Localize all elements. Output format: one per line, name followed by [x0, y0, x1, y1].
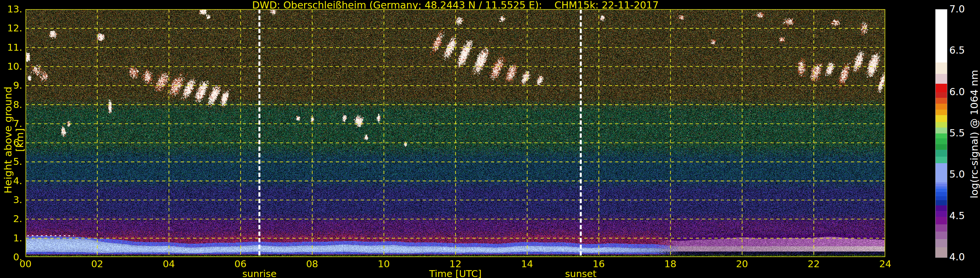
x-tick-16: 16 — [584, 259, 614, 269]
y-tick-2: 2. — [0, 214, 22, 224]
colorbar-segment — [935, 104, 947, 110]
colorbar-segment — [935, 192, 947, 196]
colorbar-segment — [935, 138, 947, 144]
ceilometer-figure: DWD: Oberschleißheim (Germany; 48.2443 N… — [0, 0, 980, 278]
colorbar-segment — [935, 157, 947, 163]
y-tick-13: 13. — [0, 4, 22, 14]
colorbar-segment — [935, 163, 947, 182]
colorbar-segment — [935, 133, 947, 138]
colorbar-segment — [935, 196, 947, 200]
colorbar-tick-4.0: 4.0 — [949, 252, 979, 262]
colorbar-segment — [935, 10, 947, 62]
colorbar-segment — [935, 184, 947, 187]
x-tick-18: 18 — [655, 259, 685, 269]
y-tick-3: 3. — [0, 195, 22, 205]
y-tick-7: 7. — [0, 119, 22, 129]
x-tick-00: 00 — [11, 259, 40, 269]
y-tick-6: 6. — [0, 138, 22, 147]
colorbar-segment — [935, 144, 947, 150]
colorbar-segment — [935, 84, 947, 92]
colorbar-segment — [935, 110, 947, 115]
backscatter-heatmap — [25, 9, 885, 257]
x-tick-06: 06 — [226, 259, 255, 269]
x-tick-22: 22 — [799, 259, 829, 269]
x-tick-02: 02 — [82, 259, 112, 269]
colorbar-segment — [935, 115, 947, 121]
y-tick-9: 9. — [0, 80, 22, 90]
colorbar — [935, 9, 947, 258]
colorbar-tick-6.5: 6.5 — [949, 45, 979, 56]
y-tick-4: 4. — [0, 176, 22, 186]
colorbar-segment — [935, 200, 947, 205]
y-tick-11: 11. — [0, 43, 22, 52]
x-tick-10: 10 — [369, 259, 399, 269]
y-tick-10: 10. — [0, 61, 22, 71]
colorbar-segment — [935, 224, 947, 232]
colorbar-segment — [935, 232, 947, 239]
colorbar-segment — [935, 217, 947, 224]
y-tick-12: 12. — [0, 23, 22, 33]
colorbar-segment — [935, 205, 947, 211]
colorbar-segment — [935, 74, 947, 84]
y-tick-1: 1. — [0, 233, 22, 243]
colorbar-tick-7.0: 7.0 — [949, 4, 979, 14]
colorbar-label: log(rc-signal) @ 1064 nm — [968, 69, 980, 200]
x-tick-24: 24 — [870, 259, 900, 269]
colorbar-segment — [935, 92, 947, 98]
x-axis-label: Time [UTC] — [25, 268, 885, 278]
sunrise-label: sunrise — [220, 268, 299, 278]
x-tick-04: 04 — [154, 259, 184, 269]
x-tick-12: 12 — [441, 259, 470, 269]
y-tick-8: 8. — [0, 100, 22, 110]
colorbar-segment — [935, 98, 947, 104]
colorbar-segment — [935, 128, 947, 133]
y-tick-5: 5. — [0, 157, 22, 166]
x-tick-20: 20 — [727, 259, 757, 269]
colorbar-segment — [935, 62, 947, 74]
colorbar-tick-4.5: 4.5 — [949, 211, 979, 221]
colorbar-segment — [935, 247, 947, 257]
colorbar-segment — [935, 122, 947, 128]
x-tick-14: 14 — [512, 259, 542, 269]
x-tick-08: 08 — [297, 259, 327, 269]
colorbar-segment — [935, 150, 947, 157]
colorbar-segment — [935, 189, 947, 192]
colorbar-segment — [935, 239, 947, 247]
colorbar-segment — [935, 187, 947, 189]
sunset-label: sunset — [542, 268, 620, 278]
colorbar-segment — [935, 211, 947, 217]
